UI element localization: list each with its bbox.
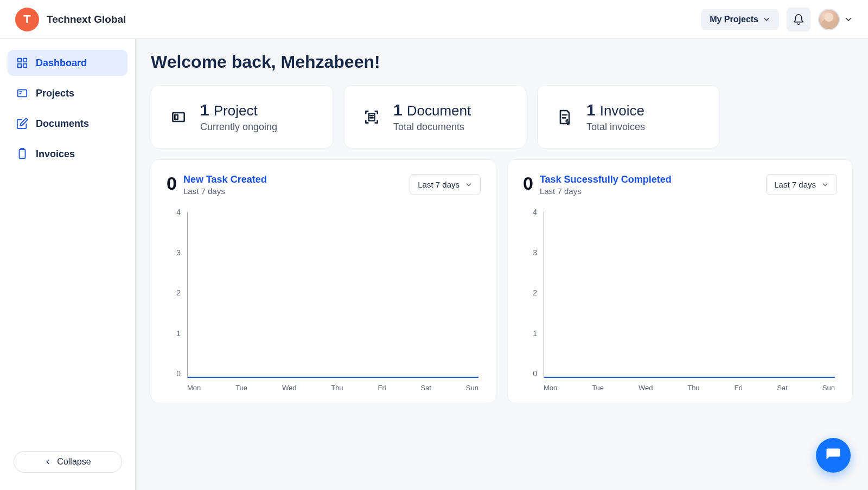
y-tick: 3: [533, 248, 540, 257]
main-content: Welcome back, Mehzabeen! 1 Project Curre…: [136, 39, 868, 490]
range-label: Last 7 days: [774, 180, 816, 189]
chart-title: New Task Created: [183, 174, 267, 185]
svg-rect-1: [23, 59, 27, 62]
collapse-label: Collapse: [57, 457, 91, 467]
stat-card-project[interactable]: 1 Project Currently ongoing: [151, 85, 333, 149]
collapse-sidebar-button[interactable]: Collapse: [14, 451, 122, 473]
stat-label: Invoice: [600, 102, 644, 119]
sidebar: Dashboard Projects Documents Invoices C: [0, 39, 136, 490]
chevron-down-icon: [821, 181, 829, 189]
chart-sub: Last 7 days: [183, 186, 267, 196]
chart-range-dropdown[interactable]: Last 7 days: [410, 174, 481, 195]
invoices-icon: [16, 148, 28, 160]
stat-sub: Total documents: [393, 121, 471, 133]
plot-area: [187, 212, 478, 378]
x-tick: Wed: [639, 384, 653, 392]
chart-bignum: 0: [167, 174, 177, 192]
my-projects-label: My Projects: [710, 15, 758, 24]
plot-area: [544, 212, 835, 378]
svg-rect-3: [18, 64, 21, 67]
svg-rect-0: [18, 59, 21, 62]
chart-title: Task Sucessfully Completed: [540, 174, 672, 185]
chart-plot: 4 3 2 1 0 Mon Tue Wed Thu Fri: [167, 208, 481, 392]
notifications-button[interactable]: [787, 8, 810, 31]
chat-fab[interactable]: [816, 438, 851, 473]
y-tick: 4: [533, 208, 540, 216]
stat-label: Document: [407, 102, 471, 119]
sidebar-item-projects[interactable]: Projects: [8, 80, 127, 106]
chart-sub: Last 7 days: [540, 186, 672, 196]
chart-title-block: 0 New Task Created Last 7 days: [167, 174, 267, 196]
org-logo: T: [15, 8, 39, 31]
stat-sub: Currently ongoing: [200, 121, 277, 133]
stat-count: 1: [200, 101, 209, 119]
x-axis: Mon Tue Wed Thu Fri Sat Sun: [187, 384, 478, 392]
stat-count: 1: [586, 101, 596, 119]
sidebar-item-label: Invoices: [36, 149, 75, 160]
x-tick: Fri: [734, 384, 742, 392]
y-tick: 1: [533, 329, 540, 338]
x-tick: Sat: [777, 384, 788, 392]
dashboard-icon: [16, 57, 28, 69]
x-tick: Sun: [822, 384, 835, 392]
stat-count: 1: [393, 101, 403, 119]
y-axis: 4 3 2 1 0: [167, 208, 184, 378]
y-axis: 4 3 2 1 0: [523, 208, 540, 378]
sidebar-item-invoices[interactable]: Invoices: [8, 141, 127, 167]
org-block[interactable]: T Technext Global: [15, 8, 126, 31]
svg-rect-7: [20, 150, 25, 159]
stat-card-invoice[interactable]: 1 Invoice Total invoices: [537, 85, 719, 149]
x-tick: Sat: [420, 384, 431, 392]
stat-card-document[interactable]: 1 Document Total documents: [344, 85, 526, 149]
project-icon: [169, 107, 188, 127]
sidebar-item-dashboard[interactable]: Dashboard: [8, 50, 127, 76]
sidebar-item-label: Documents: [36, 118, 89, 130]
x-tick: Thu: [687, 384, 699, 392]
x-tick: Mon: [544, 384, 557, 392]
y-tick: 3: [176, 248, 184, 257]
y-tick: 0: [533, 369, 540, 378]
sidebar-item-label: Dashboard: [36, 57, 87, 69]
chevron-left-icon: [44, 458, 52, 466]
x-tick: Tue: [592, 384, 604, 392]
chart-title-block: 0 Task Sucessfully Completed Last 7 days: [523, 174, 672, 196]
y-tick: 2: [533, 288, 540, 297]
stat-row: 1 Project Currently ongoing 1 Document T…: [151, 85, 853, 149]
chart-row: 0 New Task Created Last 7 days Last 7 da…: [151, 159, 853, 403]
chart-range-dropdown[interactable]: Last 7 days: [766, 174, 837, 195]
chevron-down-icon: [763, 16, 770, 23]
x-tick: Fri: [378, 384, 386, 392]
chart-bignum: 0: [523, 174, 533, 192]
y-tick: 1: [176, 329, 184, 338]
chart-line: [544, 377, 835, 378]
user-menu[interactable]: [818, 9, 853, 30]
chevron-down-icon: [465, 181, 473, 189]
bell-icon: [793, 14, 805, 25]
avatar: [818, 9, 840, 30]
svg-rect-2: [23, 64, 27, 67]
stat-sub: Total invoices: [586, 121, 645, 133]
chevron-down-icon: [844, 15, 853, 24]
x-tick: Wed: [282, 384, 297, 392]
chat-icon: [825, 447, 841, 463]
document-icon: [362, 107, 381, 127]
y-tick: 4: [176, 208, 184, 216]
chart-line: [188, 377, 478, 378]
invoice-icon: [555, 107, 575, 127]
x-tick: Sun: [466, 384, 478, 392]
chart-card-new-tasks: 0 New Task Created Last 7 days Last 7 da…: [151, 159, 496, 403]
y-tick: 0: [176, 369, 184, 378]
sidebar-item-label: Projects: [36, 88, 74, 99]
topbar-right: My Projects: [701, 8, 853, 31]
range-label: Last 7 days: [418, 180, 459, 189]
stat-label: Project: [214, 102, 258, 119]
chart-plot: 4 3 2 1 0 Mon Tue Wed Thu Fri: [523, 208, 837, 392]
x-tick: Tue: [235, 384, 247, 392]
projects-icon: [16, 87, 28, 99]
my-projects-dropdown[interactable]: My Projects: [701, 9, 779, 30]
x-tick: Mon: [187, 384, 201, 392]
svg-rect-4: [18, 90, 27, 97]
x-axis: Mon Tue Wed Thu Fri Sat Sun: [544, 384, 835, 392]
topbar: T Technext Global My Projects: [0, 0, 868, 39]
sidebar-item-documents[interactable]: Documents: [8, 111, 127, 137]
